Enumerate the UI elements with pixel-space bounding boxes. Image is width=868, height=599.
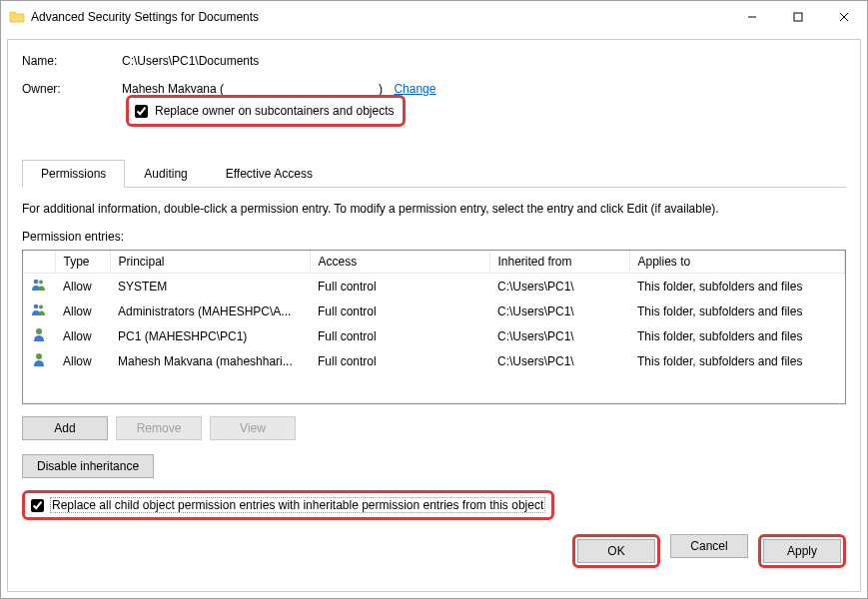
svg-point-9 (36, 353, 42, 359)
col-principal[interactable]: Principal (110, 251, 310, 274)
apply-button[interactable]: Apply (763, 539, 841, 563)
add-button[interactable]: Add (22, 416, 108, 440)
window-controls (729, 2, 867, 32)
replace-owner-highlight: Replace owner on subcontainers and objec… (126, 95, 406, 127)
name-value: C:\Users\PC1\Documents (122, 54, 259, 68)
col-type[interactable]: Type (55, 251, 110, 274)
permission-buttons: Add Remove View (22, 416, 846, 440)
owner-row: Owner: Mahesh Makvana (.) Change (22, 82, 846, 96)
permissions-panel: For additional information, double-click… (22, 188, 846, 568)
table-row[interactable]: AllowMahesh Makvana (maheshhari...Full c… (23, 348, 845, 373)
disable-inheritance-row: Disable inheritance (22, 454, 846, 478)
replace-child-label[interactable]: Replace all child object permission entr… (50, 497, 545, 513)
user-icon (31, 326, 47, 342)
ok-highlight: OK (572, 534, 660, 568)
cell-access: Full control (310, 274, 489, 300)
remove-button[interactable]: Remove (116, 416, 202, 440)
cell-applies: This folder, subfolders and files (629, 323, 845, 348)
tabs-container: Permissions Auditing Effective Access Fo… (22, 160, 846, 568)
cell-inherited: C:\Users\PC1\ (489, 323, 629, 348)
user-icon (31, 351, 47, 367)
cell-type: Allow (55, 323, 110, 348)
cell-applies: This folder, subfolders and files (629, 348, 845, 373)
close-button[interactable] (821, 2, 867, 32)
cancel-button[interactable]: Cancel (670, 534, 748, 558)
ok-button[interactable]: OK (577, 539, 655, 563)
apply-highlight: Apply (758, 534, 846, 568)
svg-point-8 (36, 328, 42, 334)
name-row: Name: C:\Users\PC1\Documents (22, 54, 846, 68)
group-icon (31, 277, 47, 293)
owner-redacted: . (224, 82, 379, 96)
svg-point-5 (39, 281, 43, 285)
security-settings-window: Advanced Security Settings for Documents… (0, 0, 868, 599)
group-icon (31, 301, 47, 317)
svg-point-6 (34, 304, 39, 309)
col-applies[interactable]: Applies to (629, 251, 845, 274)
disable-inheritance-button[interactable]: Disable inheritance (22, 454, 154, 478)
tab-strip: Permissions Auditing Effective Access (22, 160, 846, 188)
minimize-button[interactable] (729, 2, 775, 32)
entries-label: Permission entries: (22, 230, 846, 244)
cell-inherited: C:\Users\PC1\ (489, 274, 629, 300)
cell-applies: This folder, subfolders and files (629, 274, 845, 300)
cell-principal: SYSTEM (110, 274, 310, 300)
row-icon (23, 348, 55, 373)
view-button[interactable]: View (210, 416, 296, 440)
table-row[interactable]: AllowPC1 (MAHESHPC\PC1)Full controlC:\Us… (23, 323, 845, 348)
dialog-buttons: OK Cancel Apply (22, 534, 846, 568)
name-label: Name: (22, 54, 122, 68)
row-icon (23, 323, 55, 348)
cell-principal: Administrators (MAHESHPC\A... (110, 299, 310, 323)
row-icon (23, 274, 55, 300)
col-inherited[interactable]: Inherited from (489, 251, 629, 274)
svg-rect-1 (794, 13, 802, 21)
replace-child-highlight: Replace all child object permission entr… (22, 490, 554, 520)
col-icon[interactable] (23, 251, 55, 274)
permission-table-container: Type Principal Access Inherited from App… (22, 250, 846, 404)
cell-type: Allow (55, 299, 110, 323)
owner-label: Owner: (22, 82, 122, 96)
cell-inherited: C:\Users\PC1\ (489, 348, 629, 373)
table-row[interactable]: AllowAdministrators (MAHESHPC\A...Full c… (23, 299, 845, 323)
cancel-wrap: Cancel (670, 534, 748, 568)
permission-table[interactable]: Type Principal Access Inherited from App… (23, 251, 845, 373)
tab-permissions[interactable]: Permissions (22, 160, 125, 188)
content-area: Name: C:\Users\PC1\Documents Owner: Mahe… (7, 39, 861, 592)
cell-type: Allow (55, 274, 110, 300)
owner-name: Mahesh Makvana ( (122, 82, 224, 96)
replace-child-checkbox[interactable] (31, 499, 44, 512)
window-title: Advanced Security Settings for Documents (31, 10, 729, 24)
table-row[interactable]: AllowSYSTEMFull controlC:\Users\PC1\This… (23, 274, 845, 300)
cell-inherited: C:\Users\PC1\ (489, 299, 629, 323)
cell-principal: PC1 (MAHESHPC\PC1) (110, 323, 310, 348)
col-access[interactable]: Access (310, 251, 489, 274)
owner-value: Mahesh Makvana (.) Change (122, 82, 435, 96)
row-icon (23, 299, 55, 323)
titlebar: Advanced Security Settings for Documents (1, 1, 867, 33)
cell-type: Allow (55, 348, 110, 373)
cell-access: Full control (310, 299, 489, 323)
replace-owner-label[interactable]: Replace owner on subcontainers and objec… (154, 104, 395, 118)
tab-effective-access[interactable]: Effective Access (207, 160, 332, 187)
owner-paren: ) (379, 82, 383, 96)
replace-owner-checkbox[interactable] (135, 105, 148, 118)
change-owner-link[interactable]: Change (394, 82, 435, 96)
cell-applies: This folder, subfolders and files (629, 299, 845, 323)
maximize-button[interactable] (775, 2, 821, 32)
tab-auditing[interactable]: Auditing (125, 160, 206, 187)
cell-principal: Mahesh Makvana (maheshhari... (110, 348, 310, 373)
cell-access: Full control (310, 348, 489, 373)
cell-access: Full control (310, 323, 489, 348)
svg-point-4 (34, 280, 39, 285)
folder-icon (9, 9, 25, 25)
permissions-info-text: For additional information, double-click… (22, 202, 846, 216)
svg-point-7 (39, 305, 43, 309)
